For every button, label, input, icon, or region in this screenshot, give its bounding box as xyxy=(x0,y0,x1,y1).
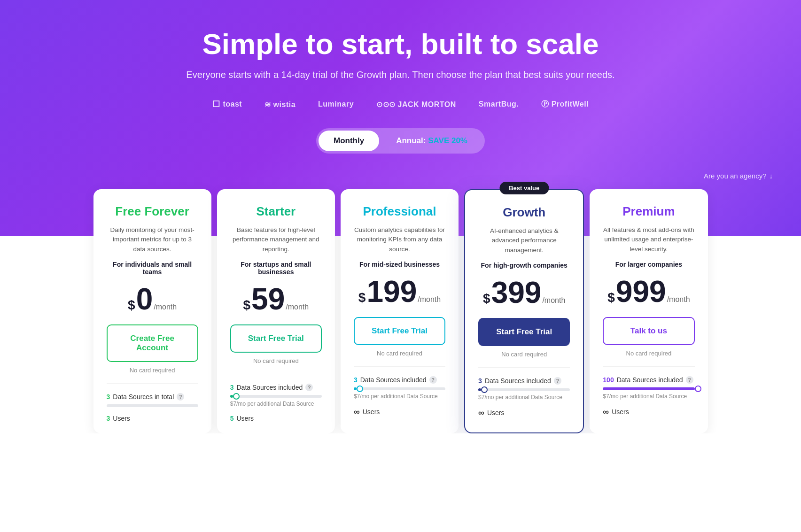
additional-cost: $7/mo per additional Data Source xyxy=(478,394,570,401)
monthly-toggle-btn[interactable]: Monthly xyxy=(319,131,379,151)
price-period: /month xyxy=(286,303,309,311)
info-icon[interactable]: ? xyxy=(429,376,437,384)
price-amount: 0 xyxy=(136,284,153,314)
data-sources-label: 3 Data Sources included ? xyxy=(478,377,570,385)
logo-wistia-label: ≋ wistia xyxy=(264,100,296,109)
data-sources-label: 100 Data Sources included ? xyxy=(603,376,694,384)
plan-description: All features & most add-ons with unlimit… xyxy=(603,225,694,254)
data-sources-label: 3 Data Sources in total ? xyxy=(107,393,198,401)
progress-bar-wrap xyxy=(478,388,570,391)
info-icon[interactable]: ? xyxy=(686,376,693,384)
users-count: 5 xyxy=(230,415,234,422)
progress-dot xyxy=(233,393,240,400)
plan-card-starter: Starter Basic features for high-level pe… xyxy=(217,189,335,433)
plan-card-growth: Best value Growth AI-enhanced analytics … xyxy=(464,189,584,433)
plan-price: $ 59 /month xyxy=(230,284,322,314)
plan-target: For high-growth companies xyxy=(478,262,570,269)
plan-name: Free Forever xyxy=(107,204,198,219)
features-section: 3 Data Sources included ? $7/mo per addi… xyxy=(478,367,570,418)
price-period: /month xyxy=(542,296,565,305)
data-sources-count: 3 xyxy=(230,384,234,391)
users-label: Users xyxy=(113,415,130,422)
toast-icon: ☐ xyxy=(212,99,220,109)
data-sources-label: 3 Data Sources included ? xyxy=(354,376,445,384)
data-sources-row: 3 Data Sources in total ? xyxy=(107,393,198,407)
cta-button-free[interactable]: Create Free Account xyxy=(107,324,198,362)
plan-target: For larger companies xyxy=(603,261,694,268)
plan-price: $ 199 /month xyxy=(354,277,445,307)
progress-bar-fill xyxy=(230,395,233,398)
users-row: 3 Users xyxy=(107,415,198,422)
plan-target: For startups and small businesses xyxy=(230,261,322,276)
cta-button-growth[interactable]: Start Free Trial xyxy=(478,318,570,346)
annual-toggle-btn[interactable]: Annual: SAVE 20% xyxy=(381,131,482,151)
logos-bar: ☐ toast ≋ wistia Luminary ⊙⊙⊙ JACK MORTO… xyxy=(19,99,782,109)
logo-profitwell: Ⓟ ProfitWell xyxy=(541,100,589,109)
progress-bar-fill xyxy=(354,387,357,390)
progress-bar-wrap xyxy=(107,404,198,407)
data-sources-row: 3 Data Sources included ? $7/mo per addi… xyxy=(354,376,445,400)
users-label: Users xyxy=(487,409,505,416)
save-text: SAVE 20% xyxy=(428,136,467,145)
users-label: Users xyxy=(363,408,380,416)
users-row: ∞ Users xyxy=(354,407,445,417)
users-count: ∞ xyxy=(354,407,360,417)
info-icon[interactable]: ? xyxy=(177,393,184,401)
users-count: ∞ xyxy=(603,407,609,417)
arrow-down-icon: ↓ xyxy=(770,172,773,180)
progress-bar-fill xyxy=(603,387,694,390)
data-sources-count: 100 xyxy=(603,376,614,384)
price-period: /month xyxy=(154,303,177,311)
plan-description: Daily monitoring of your most-important … xyxy=(107,225,198,254)
price-period: /month xyxy=(418,295,441,304)
plan-target: For individuals and small teams xyxy=(107,261,198,276)
best-value-badge: Best value xyxy=(499,182,549,194)
info-icon[interactable]: ? xyxy=(554,377,561,385)
users-label: Users xyxy=(612,408,629,416)
data-sources-row: 100 Data Sources included ? $7/mo per ad… xyxy=(603,376,694,400)
additional-cost: $7/mo per additional Data Source xyxy=(354,393,445,400)
users-label: Users xyxy=(237,415,254,422)
hero-subtitle: Everyone starts with a 14-day trial of t… xyxy=(19,69,782,80)
additional-cost: $7/mo per additional Data Source xyxy=(603,393,694,400)
logo-smartbug-label: SmartBug. xyxy=(479,100,519,108)
price-dollar-sign: $ xyxy=(483,291,490,306)
logo-jack-morton-label: ⊙⊙⊙ JACK MORTON xyxy=(376,100,456,109)
billing-toggle[interactable]: Monthly Annual: SAVE 20% xyxy=(316,128,485,154)
data-sources-count: 3 xyxy=(354,376,358,384)
price-dollar-sign: $ xyxy=(243,298,250,313)
users-count: 3 xyxy=(107,415,110,422)
no-card-required: No card required xyxy=(603,350,694,357)
plan-description: AI-enhanced analytics & advanced perform… xyxy=(478,226,570,255)
price-dollar-sign: $ xyxy=(607,290,615,305)
data-sources-count: 3 xyxy=(107,393,110,401)
plan-name: Growth xyxy=(478,205,570,220)
logo-jack-morton: ⊙⊙⊙ JACK MORTON xyxy=(376,100,456,109)
logo-wistia: ≋ wistia xyxy=(264,100,296,109)
data-sources-text: Data Sources included xyxy=(360,376,427,384)
logo-toast-label: toast xyxy=(223,100,242,108)
data-sources-text: Data Sources included xyxy=(617,376,683,384)
plan-card-premium: Premium All features & most add-ons with… xyxy=(590,189,708,433)
no-card-required: No card required xyxy=(230,357,322,364)
price-amount: 999 xyxy=(616,277,666,307)
hero-title: Simple to start, built to scale xyxy=(19,28,782,60)
logo-luminary-label: Luminary xyxy=(318,100,354,108)
price-period: /month xyxy=(667,295,690,304)
cta-button-starter[interactable]: Start Free Trial xyxy=(230,324,322,353)
plan-card-professional: Professional Custom analytics capabiliti… xyxy=(341,189,459,433)
logo-toast: ☐ toast xyxy=(212,99,242,109)
agency-link-text: Are you an agency? xyxy=(704,172,766,180)
no-card-required: No card required xyxy=(478,351,570,358)
additional-cost: $7/mo per additional Data Source xyxy=(230,401,322,407)
cta-button-premium[interactable]: Talk to us xyxy=(603,317,694,345)
progress-bar-wrap xyxy=(230,395,322,398)
price-amount: 199 xyxy=(366,277,417,307)
agency-link[interactable]: Are you an agency? ↓ xyxy=(704,172,773,180)
features-section: 100 Data Sources included ? $7/mo per ad… xyxy=(603,366,694,417)
info-icon[interactable]: ? xyxy=(305,384,313,391)
cta-button-professional[interactable]: Start Free Trial xyxy=(354,317,445,345)
users-row: ∞ Users xyxy=(603,407,694,417)
plan-price: $ 0 /month xyxy=(107,284,198,314)
no-card-required: No card required xyxy=(354,350,445,357)
